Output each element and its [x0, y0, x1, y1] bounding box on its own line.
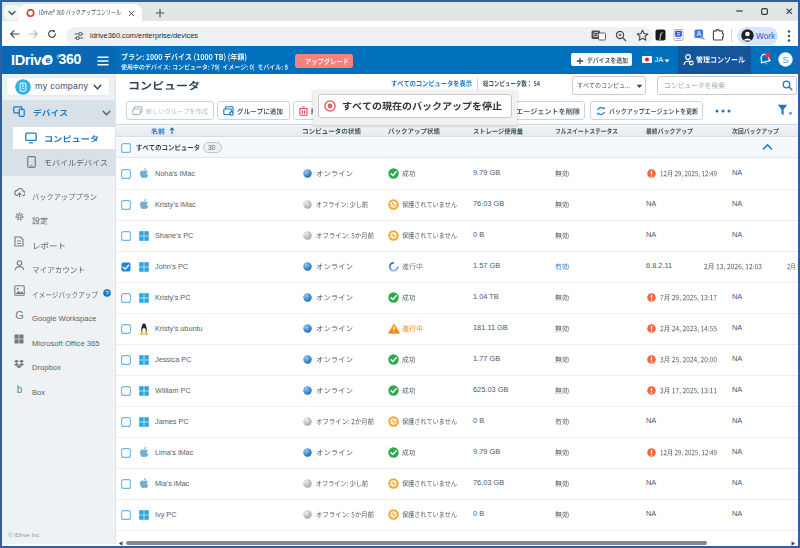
svg-text:G: G: [15, 309, 24, 320]
svg-text:b: b: [17, 384, 23, 395]
svg-text:G: G: [593, 31, 598, 38]
svg-text:e: e: [45, 54, 50, 65]
svg-text:R: R: [677, 31, 681, 37]
svg-text:A: A: [697, 30, 702, 37]
svg-text:S: S: [782, 54, 788, 65]
